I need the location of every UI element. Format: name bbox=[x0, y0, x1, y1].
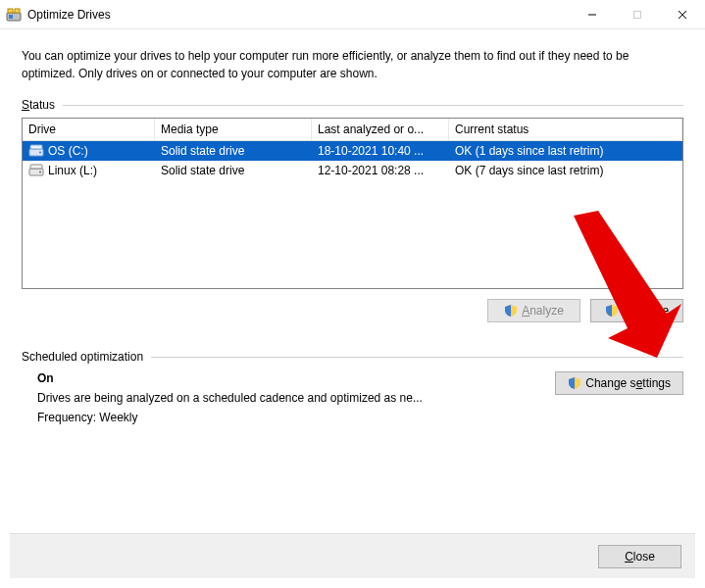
column-media[interactable]: Media type bbox=[155, 119, 312, 140]
column-drive[interactable]: Drive bbox=[23, 119, 155, 140]
schedule-on-label: On bbox=[37, 371, 535, 385]
svg-rect-3 bbox=[15, 9, 20, 13]
drive-icon bbox=[28, 144, 44, 158]
window-title: Optimize Drives bbox=[27, 8, 111, 22]
drive-name: Linux (L:) bbox=[48, 164, 97, 177]
drive-icon bbox=[28, 164, 44, 177]
dialog-footer: Close bbox=[10, 533, 695, 578]
table-header: Drive Media type Last analyzed or o... C… bbox=[23, 119, 682, 141]
shield-icon bbox=[568, 376, 581, 390]
schedule-frequency: Frequency: Weekly bbox=[37, 411, 535, 424]
drive-name: OS (C:) bbox=[48, 144, 88, 158]
optimize-button[interactable]: Optimize bbox=[590, 299, 683, 322]
minimize-button[interactable] bbox=[570, 0, 615, 29]
drive-last: 18-10-2021 10:40 ... bbox=[312, 142, 449, 160]
titlebar: Optimize Drives bbox=[0, 0, 705, 29]
svg-point-13 bbox=[39, 172, 41, 173]
table-row[interactable]: OS (C:) Solid state drive 18-10-2021 10:… bbox=[23, 141, 682, 161]
close-button[interactable]: Close bbox=[598, 545, 681, 568]
app-icon bbox=[6, 7, 22, 23]
shield-icon bbox=[504, 304, 518, 318]
close-window-button[interactable] bbox=[660, 0, 705, 29]
column-status[interactable]: Current status bbox=[449, 119, 682, 140]
drive-status: OK (1 days since last retrim) bbox=[449, 142, 682, 160]
schedule-desc: Drives are being analyzed on a scheduled… bbox=[37, 391, 535, 405]
svg-rect-12 bbox=[30, 165, 42, 169]
table-row[interactable]: Linux (L:) Solid state drive 12-10-2021 … bbox=[23, 161, 682, 180]
drive-media: Solid state drive bbox=[155, 162, 312, 179]
analyze-button: Analyze bbox=[487, 299, 580, 322]
svg-point-10 bbox=[39, 152, 41, 154]
svg-rect-2 bbox=[8, 9, 13, 13]
drive-media: Solid state drive bbox=[155, 142, 312, 160]
description-text: You can optimize your drives to help you… bbox=[22, 47, 683, 82]
status-section-label: Status bbox=[22, 98, 683, 112]
drive-status: OK (7 days since last retrim) bbox=[449, 162, 682, 179]
change-settings-button[interactable]: Change settings bbox=[555, 371, 683, 395]
drives-table[interactable]: Drive Media type Last analyzed or o... C… bbox=[22, 118, 683, 289]
drive-last: 12-10-2021 08:28 ... bbox=[312, 162, 449, 179]
svg-rect-9 bbox=[30, 145, 42, 149]
svg-rect-1 bbox=[9, 15, 13, 19]
maximize-button bbox=[615, 0, 660, 29]
svg-rect-5 bbox=[634, 11, 641, 18]
schedule-section-label: Scheduled optimization bbox=[22, 350, 683, 364]
column-last[interactable]: Last analyzed or o... bbox=[312, 119, 449, 140]
shield-icon bbox=[605, 304, 619, 318]
